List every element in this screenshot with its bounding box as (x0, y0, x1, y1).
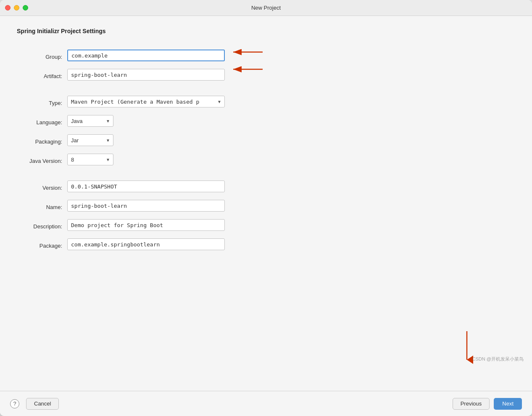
packaging-control: Jar War ▼ (67, 133, 515, 148)
main-content: Spring Initializr Project Settings (0, 16, 532, 391)
language-control: Java Kotlin Groovy ▼ (67, 113, 515, 128)
type-label: Type: (17, 94, 67, 109)
group-label: Group: (17, 48, 67, 63)
description-control (67, 217, 515, 233)
type-row: Type: Maven Project (Generate a Maven ba… (17, 94, 515, 109)
section-title: Spring Initializr Project Settings (17, 28, 515, 34)
packaging-label: Packaging: (17, 133, 67, 148)
package-label: Package: (17, 237, 67, 252)
window-title: New Project (251, 5, 281, 11)
version-input[interactable] (67, 181, 225, 192)
type-select-wrapper: Maven Project (Generate a Maven based p … (67, 96, 225, 107)
java-version-row: Java Version: 8 11 17 ▼ (17, 152, 515, 167)
packaging-row: Packaging: Jar War ▼ (17, 133, 515, 148)
name-label: Name: (17, 198, 67, 213)
title-bar: New Project (0, 0, 532, 16)
name-control (67, 198, 515, 213)
artifact-label: Artifact: (17, 67, 67, 82)
type-select[interactable]: Maven Project (Generate a Maven based p … (67, 96, 225, 107)
group-control (67, 48, 515, 63)
language-label: Language: (17, 113, 67, 128)
description-row: Description: (17, 217, 515, 233)
group-row: Group: (17, 48, 515, 63)
name-row: Name: (17, 198, 515, 213)
traffic-lights (5, 5, 28, 10)
bottom-bar: ? Cancel Previous Next (0, 391, 532, 416)
artifact-row: Artifact: (17, 67, 515, 82)
artifact-input[interactable] (67, 69, 225, 81)
java-version-select[interactable]: 8 11 17 (67, 154, 113, 165)
spacer-row-2 (17, 171, 515, 175)
java-version-control: 8 11 17 ▼ (67, 152, 515, 167)
help-button[interactable]: ? (10, 399, 19, 408)
package-control (67, 237, 515, 252)
language-select-wrapper: Java Kotlin Groovy ▼ (67, 115, 113, 127)
previous-button[interactable]: Previous (453, 398, 490, 410)
version-label: Version: (17, 179, 67, 194)
artifact-control (67, 67, 515, 82)
version-row: Version: (17, 179, 515, 194)
java-version-select-wrapper: 8 11 17 ▼ (67, 154, 113, 165)
form-table: Group: Artifact: Type: (17, 44, 515, 256)
version-control (67, 179, 515, 194)
cancel-button[interactable]: Cancel (26, 398, 59, 410)
name-input[interactable] (67, 200, 225, 212)
java-version-label: Java Version: (17, 152, 67, 167)
package-row: Package: (17, 237, 515, 252)
group-input[interactable] (67, 50, 225, 61)
main-window: New Project Spring Initializr Project Se… (0, 0, 532, 416)
minimize-button[interactable] (14, 5, 19, 10)
language-select[interactable]: Java Kotlin Groovy (67, 115, 113, 127)
description-label: Description: (17, 217, 67, 233)
package-input[interactable] (67, 238, 225, 250)
spacer-row-1 (17, 86, 515, 90)
bottom-left: ? Cancel (10, 398, 59, 410)
language-row: Language: Java Kotlin Groovy ▼ (17, 113, 515, 128)
packaging-select-wrapper: Jar War ▼ (67, 134, 113, 146)
bottom-right: Previous Next (453, 398, 522, 410)
watermark: CSDN @开机发呆小菜鸟 (472, 356, 524, 362)
packaging-select[interactable]: Jar War (67, 134, 113, 146)
maximize-button[interactable] (23, 5, 28, 10)
type-control: Maven Project (Generate a Maven based p … (67, 94, 515, 109)
close-button[interactable] (5, 5, 11, 10)
description-input[interactable] (67, 219, 225, 231)
next-button[interactable]: Next (494, 398, 522, 410)
